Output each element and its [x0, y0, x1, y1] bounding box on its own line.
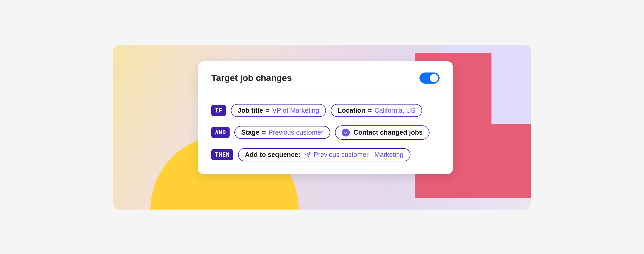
condition-chip-job-title[interactable]: Job title = VP of Marketing [231, 104, 326, 117]
field-value: VP of Marketing [272, 107, 319, 114]
automation-card: Target job changes IF Job title = VP of … [198, 61, 453, 174]
send-icon [304, 151, 311, 158]
field-label: Stage [241, 129, 259, 136]
condition-row-if: IF Job title = VP of Marketing Location … [211, 104, 440, 117]
toggle-knob [430, 74, 438, 82]
operator: = [262, 129, 266, 136]
condition-row-and: AND Stage = Previous customer Contact ch… [211, 125, 440, 140]
field-value: California, US [374, 107, 415, 114]
check-icon [342, 129, 350, 137]
if-tag: IF [211, 105, 226, 116]
operator: = [266, 107, 270, 114]
condition-chip-location[interactable]: Location = California, US [331, 104, 422, 117]
operator: = [368, 107, 372, 114]
field-label: Job title [238, 107, 263, 114]
card-title: Target job changes [211, 73, 292, 83]
condition-chip-contact-changed-jobs[interactable]: Contact changed jobs [335, 125, 430, 140]
card-header: Target job changes [211, 72, 440, 93]
sequence-name: Previous customer - Marketing [314, 151, 404, 158]
illustration-stage: Target job changes IF Job title = VP of … [113, 45, 531, 210]
action-label: Add to sequence: [245, 151, 301, 158]
enable-toggle[interactable] [419, 72, 440, 84]
condition-chip-stage[interactable]: Stage = Previous customer [234, 126, 330, 139]
and-tag: AND [211, 127, 230, 138]
bg-pink-block-low [491, 124, 531, 198]
then-tag: THEN [211, 149, 233, 160]
action-row-then: THEN Add to sequence: Previous customer … [211, 148, 440, 161]
condition-label: Contact changed jobs [354, 129, 423, 136]
field-label: Location [338, 107, 365, 114]
action-chip-add-to-sequence[interactable]: Add to sequence: Previous customer - Mar… [238, 148, 410, 161]
field-value: Previous customer [269, 129, 323, 136]
